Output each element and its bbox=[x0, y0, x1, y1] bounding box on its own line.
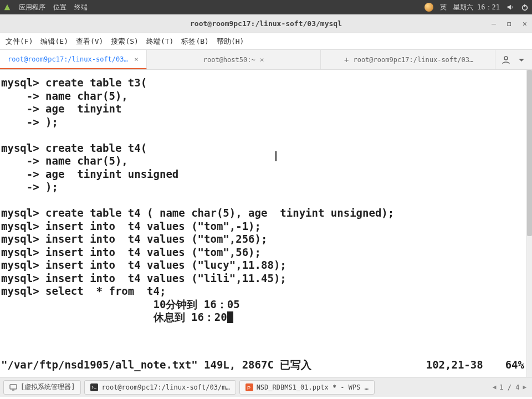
status-message: "/var/ftp/nsd1905/all_note.txt" 149L, 28… bbox=[1, 359, 311, 372]
chevron-left-icon[interactable]: ◀ bbox=[493, 383, 497, 391]
menu-tabs[interactable]: 标签(B) bbox=[181, 37, 208, 47]
status-percent: 64% bbox=[505, 359, 524, 372]
plus-icon[interactable]: + bbox=[341, 55, 349, 64]
app-menubar: 文件(F) 编辑(E) 查看(V) 搜索(S) 终端(T) 标签(B) 帮助(H… bbox=[0, 33, 532, 50]
close-button[interactable]: ✕ bbox=[521, 20, 529, 28]
menu-applications[interactable]: 应用程序 bbox=[19, 3, 45, 12]
terminal-tab-label: root@room9pc17:/linux-soft/03/··· bbox=[353, 56, 475, 64]
svg-point-2 bbox=[504, 57, 508, 60]
workspace-pager: ◀ 1 / 4 ▶ bbox=[493, 383, 532, 391]
minimize-button[interactable]: — bbox=[490, 20, 498, 28]
monitor-icon bbox=[9, 383, 17, 391]
menu-file[interactable]: 文件(F) bbox=[6, 37, 33, 47]
terminal-content: mysql> create table t3( -> name char(5),… bbox=[0, 76, 532, 324]
system-top-bar: 应用程序 位置 终端 英 星期六 16：21 bbox=[0, 0, 532, 14]
svg-rect-3 bbox=[10, 385, 17, 389]
profile-icon[interactable] bbox=[501, 55, 511, 65]
taskbar-item-label: NSD_RDBMS1_01.pptx * - WPS … bbox=[257, 383, 369, 391]
terminal-tab-3[interactable]: + root@room9pc17:/linux-soft/03/··· bbox=[321, 50, 495, 69]
presentation-icon: P bbox=[245, 383, 253, 391]
activities-icon bbox=[3, 3, 11, 11]
window-title: root@room9pc17:/linux-soft/03/mysql bbox=[190, 19, 342, 28]
close-icon[interactable]: × bbox=[260, 55, 264, 64]
terminal-tab-1[interactable]: root@room9pc17:/linux-soft/03/··· × bbox=[0, 50, 147, 69]
menu-edit[interactable]: 编辑(E) bbox=[40, 37, 68, 47]
taskbar-item-label: root@room9pc17:/linux-soft/03/m… bbox=[101, 383, 229, 391]
terminal-viewport[interactable]: mysql> create table t3( -> name char(5),… bbox=[0, 70, 532, 377]
text-cursor-icon bbox=[275, 151, 277, 161]
vim-statusline: "/var/ftp/nsd1905/all_note.txt" 149L, 28… bbox=[0, 359, 526, 372]
desktop-taskbar: [虚拟系统管理器] root@room9pc17:/linux-soft/03/… bbox=[0, 377, 532, 397]
menu-terminal[interactable]: 终端 bbox=[74, 3, 88, 12]
terminal-tab-2[interactable]: root@host50:~ × bbox=[147, 50, 321, 69]
maximize-button[interactable]: ◻ bbox=[505, 20, 513, 28]
terminal-tabstrip: root@room9pc17:/linux-soft/03/··· × root… bbox=[0, 50, 532, 70]
scrollbar[interactable] bbox=[526, 70, 532, 377]
chevron-down-icon[interactable] bbox=[516, 55, 526, 65]
window-titlebar: root@room9pc17:/linux-soft/03/mysql — ◻ … bbox=[0, 14, 532, 33]
status-position: 102,21-38 bbox=[426, 359, 505, 372]
close-icon[interactable]: × bbox=[134, 55, 139, 63]
scrollbar-thumb[interactable] bbox=[527, 70, 532, 236]
svg-rect-5 bbox=[90, 383, 98, 391]
terminal-icon bbox=[90, 383, 98, 391]
workspace-indicator: 1 / 4 bbox=[499, 383, 519, 391]
chevron-right-icon[interactable]: ▶ bbox=[523, 383, 526, 391]
menu-places[interactable]: 位置 bbox=[53, 3, 66, 12]
notification-icon[interactable] bbox=[424, 3, 433, 12]
taskbar-item-terminal[interactable]: root@room9pc17:/linux-soft/03/m… bbox=[84, 380, 236, 395]
taskbar-item-label: [虚拟系统管理器] bbox=[21, 382, 75, 392]
menu-search[interactable]: 搜索(S) bbox=[111, 37, 138, 47]
taskbar-item-wps[interactable]: P NSD_RDBMS1_01.pptx * - WPS … bbox=[239, 380, 375, 395]
taskbar-item-vm[interactable]: [虚拟系统管理器] bbox=[3, 380, 81, 395]
menu-help[interactable]: 帮助(H) bbox=[217, 37, 244, 47]
clock-label: 星期六 16：21 bbox=[453, 3, 500, 12]
menu-terminal-m[interactable]: 终端(T) bbox=[146, 37, 173, 47]
volume-icon[interactable] bbox=[507, 3, 514, 11]
ime-indicator[interactable]: 英 bbox=[440, 3, 447, 12]
svg-text:P: P bbox=[247, 385, 250, 391]
menu-view[interactable]: 查看(V) bbox=[76, 37, 103, 47]
terminal-tab-label: root@room9pc17:/linux-soft/03/··· bbox=[8, 55, 130, 63]
power-icon[interactable] bbox=[521, 3, 529, 11]
terminal-tab-label: root@host50:~ bbox=[203, 56, 255, 64]
